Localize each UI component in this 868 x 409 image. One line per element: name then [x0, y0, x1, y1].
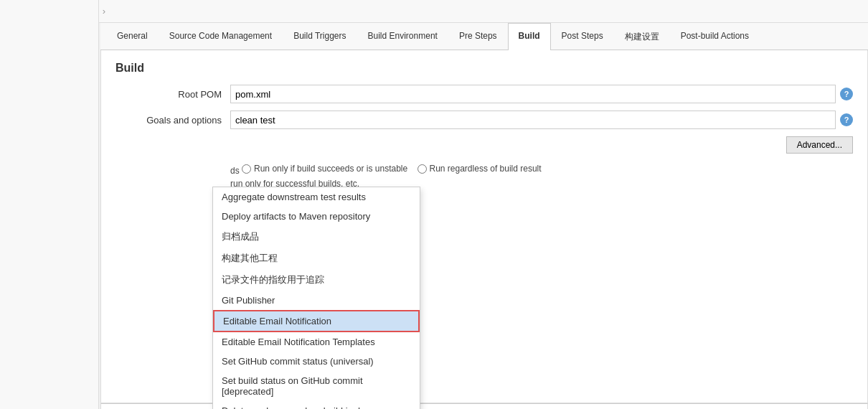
run-option-radio-regardless[interactable]: [418, 164, 427, 174]
tab-source-code[interactable]: Source Code Management: [159, 23, 283, 50]
run-option-label-2: Run regardless of build result: [430, 164, 542, 174]
dropdown-item-10[interactable]: Delete workspace when build is done: [213, 401, 420, 409]
run-option-radio-2: Run regardless of build result: [418, 164, 542, 174]
dropdown-item-2[interactable]: 归档成品: [213, 226, 420, 248]
goals-row: Goals and options ?: [115, 111, 853, 129]
tab-general[interactable]: General: [106, 23, 159, 50]
advanced-btn-row: Advanced...: [115, 136, 853, 154]
tab-pre-steps[interactable]: Pre Steps: [448, 23, 508, 50]
dropdown-item-5[interactable]: Git Publisher: [213, 291, 420, 310]
sidebar: [0, 0, 99, 409]
advanced-button[interactable]: Advanced...: [786, 136, 853, 154]
run-option-radio-succeeds[interactable]: [242, 164, 251, 174]
root-pom-input[interactable]: [230, 85, 836, 103]
dropdown-item-0[interactable]: Aggregate downstream test results: [213, 187, 420, 207]
tab-build-environment[interactable]: Build Environment: [357, 23, 448, 50]
tab-post-steps[interactable]: Post Steps: [551, 23, 614, 50]
goals-label: Goals and options: [115, 115, 230, 126]
dropdown-item-9[interactable]: Set build status on GitHub commit [depre…: [213, 371, 420, 401]
dropdown-item-6[interactable]: Editable Email Notification: [213, 310, 420, 332]
run-options: ds Run only if build succeeds or is unst…: [230, 164, 853, 189]
dropdown-menu: Aggregate downstream test results Deploy…: [212, 187, 420, 409]
section-title: Build: [115, 62, 853, 75]
dropdown-item-4[interactable]: 记录文件的指纹用于追踪: [213, 269, 420, 291]
tab-bar: General Source Code Management Build Tri…: [100, 23, 868, 50]
tab-build-triggers[interactable]: Build Triggers: [283, 23, 357, 50]
run-option-label-1: Run only if build succeeds or is unstabl…: [254, 164, 407, 174]
run-option-ds: ds: [230, 166, 240, 176]
root-pom-row: Root POM ?: [115, 85, 853, 103]
breadcrumb: Jenkins › auto_job02 ›: [0, 0, 868, 23]
goals-help-icon[interactable]: ?: [840, 113, 853, 126]
breadcrumb-sep-2: ›: [103, 6, 105, 17]
root-pom-help-icon[interactable]: ?: [840, 88, 853, 100]
dropdown-item-7[interactable]: Editable Email Notification Templates: [213, 332, 420, 352]
tab-post-build[interactable]: Post-build Actions: [670, 23, 760, 50]
goals-input[interactable]: [230, 111, 836, 129]
run-option-radio-1: Run only if build succeeds or is unstabl…: [242, 164, 407, 174]
dropdown-item-1[interactable]: Deploy artifacts to Maven repository: [213, 207, 420, 226]
dropdown-item-8[interactable]: Set GitHub commit status (universal): [213, 352, 420, 371]
tab-build-settings[interactable]: 构建设置: [614, 23, 670, 50]
dropdown-item-3[interactable]: 构建其他工程: [213, 248, 420, 269]
root-pom-label: Root POM: [115, 89, 230, 100]
main-content: Build Root POM ? Goals and options ? Adv…: [100, 50, 868, 403]
tab-build[interactable]: Build: [508, 23, 551, 50]
